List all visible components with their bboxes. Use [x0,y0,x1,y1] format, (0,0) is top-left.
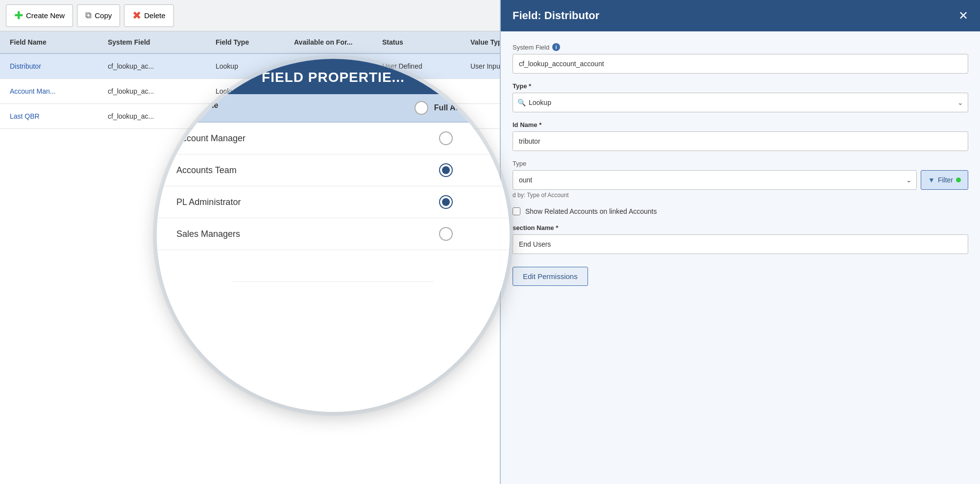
table-row[interactable]: Account Man... cf_lookup_ac... Lookup Ye… [0,79,500,104]
cell-system-field: cf_lookup_ac... [104,55,212,77]
cell-system-field: cf_lookup_ac... [104,80,212,102]
related-type-label: Type [513,160,968,167]
main-content: Field Name System Field Field Type Avail… [0,31,980,484]
cell-field-type: Lookup [212,80,290,102]
type-filter-row: ount ⌄ ▼ Filter [513,170,968,190]
type-filter-button[interactable]: ▼ Filter [921,170,968,190]
cell-field-type: Lookup [212,105,290,127]
show-related-label: Show Related Accounts on linked Accounts [525,207,657,215]
edit-permissions-button[interactable]: Edit Permissions [513,267,588,286]
related-type-select-wrap: ount ⌄ [513,170,917,190]
delete-button[interactable]: ✖ Delete [124,4,173,27]
cell-field-name: Distributor [6,55,104,77]
copy-button[interactable]: ⧉ Copy [77,4,120,27]
search-icon: 🔍 [517,99,526,106]
related-type-select[interactable]: ount [513,170,917,190]
filter-icon: ▼ [928,176,935,184]
col-field-type: Field Type [212,31,290,53]
field-name-label: ld Name * [513,121,968,128]
field-name-input[interactable] [513,131,968,151]
filter-hint: d by: Type of Account [513,192,968,199]
copy-icon: ⧉ [85,10,92,21]
fields-table: Field Name System Field Field Type Avail… [0,31,500,484]
col-system-field: System Field [104,31,212,53]
type-label: Type * [513,82,968,90]
cell-status [378,109,466,123]
panel-close-button[interactable]: ✕ [958,9,968,23]
filter-btn-label: Filter [938,176,953,184]
type-lookup-input[interactable] [513,93,968,112]
system-field-group: System Field i [513,43,968,74]
col-available: Available on For... [290,31,378,53]
cell-field-name: Last QBR [6,105,104,127]
copy-label: Copy [95,11,112,20]
col-status: Status [378,31,466,53]
create-new-label: Create New [26,11,65,20]
cell-available: Yes [290,80,378,102]
table-header: Field Name System Field Field Type Avail… [0,31,500,54]
panel-title: Field: Distributor [513,9,599,22]
field-name-group: ld Name * [513,121,968,151]
related-type-select-wrapper: ount ⌄ [513,170,917,190]
panel-body: System Field i Type * 🔍 ⌄ ld Na [501,31,980,484]
show-related-checkbox[interactable] [513,207,520,215]
cell-system-field: cf_lookup_ac... [104,105,212,127]
panel-header: Field: Distributor ✕ [501,0,980,31]
delete-label: Delete [144,11,165,20]
filter-active-dot [956,178,961,182]
cell-field-type: Lookup [212,55,290,77]
table-row[interactable]: Last QBR cf_lookup_ac... Lookup Yes ⌄ [0,104,500,129]
cell-status [378,84,466,98]
cell-status: User Defined [378,55,466,77]
info-icon: i [552,43,560,51]
section-name-group: section Name * [513,224,968,254]
type-field-group: Type * 🔍 ⌄ [513,82,968,112]
section-name-input[interactable] [513,234,968,254]
related-type-group: Type ount ⌄ ▼ Filter [513,160,968,199]
type-select-wrapper: 🔍 ⌄ [513,93,968,112]
field-detail-panel: Field: Distributor ✕ System Field i Type… [500,0,980,484]
plus-icon: ✚ [14,9,23,22]
system-field-input[interactable] [513,54,968,74]
system-field-label: System Field i [513,43,968,51]
cell-available: Yes [290,55,378,77]
edit-permissions-label: Edit Permissions [523,272,578,280]
col-field-name: Field Name [6,31,104,53]
show-related-row: Show Related Accounts on linked Accounts [513,207,968,215]
section-name-label: section Name * [513,224,968,231]
delete-icon: ✖ [132,9,141,22]
cell-available: Yes [290,105,378,127]
cell-field-name: Account Man... [6,80,104,102]
table-row[interactable]: Distributor cf_lookup_ac... Lookup Yes U… [0,54,500,79]
create-new-button[interactable]: ✚ Create New [6,4,73,27]
